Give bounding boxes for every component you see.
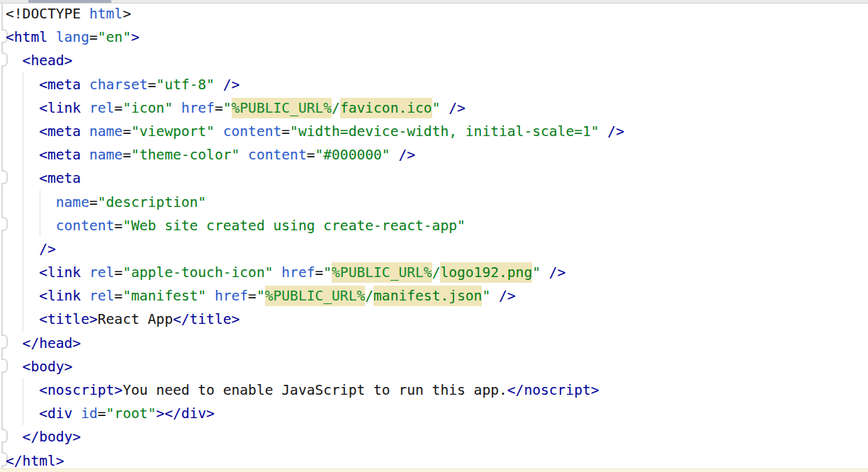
code-token-str: "manifest" bbox=[123, 288, 206, 304]
code-token-plain: = bbox=[315, 264, 323, 281]
code-token-tag: ></div> bbox=[156, 405, 215, 422]
code-token-str: "apple-touch-icon" bbox=[123, 264, 273, 281]
code-line[interactable]: <meta name="viewport" content="width=dev… bbox=[0, 120, 868, 143]
code-area[interactable]: <!DOCTYPE html><html lang="en"> <head> <… bbox=[0, 2, 868, 472]
code-token-tag: <noscript> bbox=[6, 382, 123, 398]
code-line[interactable]: <head> bbox=[0, 49, 868, 72]
code-token-str: " bbox=[323, 264, 332, 281]
code-token-tag: <div bbox=[6, 405, 81, 422]
code-token-plain bbox=[6, 194, 56, 210]
code-token-tag: <link bbox=[6, 264, 89, 281]
code-token-plain: React App bbox=[98, 311, 173, 327]
code-token-tag: <body> bbox=[6, 359, 72, 375]
code-token-str: " bbox=[432, 100, 441, 116]
code-token-attr: name bbox=[89, 123, 123, 140]
code-token-str: "description" bbox=[98, 194, 206, 210]
code-line[interactable]: <body> bbox=[0, 355, 868, 378]
code-line[interactable]: <noscript>You need to enable JavaScript … bbox=[0, 378, 868, 402]
code-token-plain: = bbox=[248, 288, 257, 304]
code-token-plain: = bbox=[281, 123, 290, 140]
code-line[interactable]: <html lang="en"> bbox=[0, 26, 868, 49]
code-line[interactable]: </head> bbox=[0, 332, 868, 355]
code-token-attr: rel bbox=[89, 264, 114, 281]
code-token-str: "en" bbox=[98, 29, 131, 45]
code-line[interactable]: <link rel="apple-touch-icon" href="%PUBL… bbox=[0, 261, 868, 284]
code-token-attr: rel bbox=[89, 100, 114, 116]
code-token-str: / bbox=[332, 100, 340, 116]
code-token-str: "viewport" bbox=[131, 123, 215, 140]
code-line[interactable]: /> bbox=[0, 237, 868, 261]
code-line[interactable]: <title>React App</title> bbox=[0, 308, 868, 331]
code-token-attr: id bbox=[81, 405, 98, 422]
code-token-plain: = bbox=[98, 405, 106, 422]
code-token-attr: content bbox=[223, 123, 282, 140]
code-token-str: "Web site created using create-react-app… bbox=[123, 218, 466, 234]
code-token-str: " bbox=[257, 288, 265, 304]
code-token-plain bbox=[6, 218, 56, 234]
code-token-tag: <meta bbox=[6, 77, 89, 93]
code-token-plain: = bbox=[123, 123, 131, 140]
code-token-tag: <meta bbox=[6, 170, 81, 186]
code-token-attr: name bbox=[56, 194, 89, 210]
code-line[interactable]: <meta charset="utf-8" /> bbox=[0, 73, 868, 96]
code-token-attr: content bbox=[56, 218, 115, 234]
code-line[interactable]: <!DOCTYPE html> bbox=[0, 2, 868, 26]
code-token-tag: </title> bbox=[173, 311, 239, 327]
code-token-hlstr: logo192.png bbox=[440, 262, 532, 283]
code-token-tag: <link bbox=[6, 100, 89, 116]
code-token-tag: /> bbox=[215, 77, 239, 93]
code-token-hlstr: favicon.ico bbox=[340, 98, 432, 118]
code-token-plain bbox=[239, 147, 248, 163]
code-token-attr: href bbox=[215, 288, 248, 304]
code-token-tag: </noscript> bbox=[507, 382, 599, 398]
code-token-str: " bbox=[223, 100, 232, 116]
code-line[interactable]: <meta bbox=[0, 167, 868, 190]
code-token-str: "width=device-width, initial-scale=1" bbox=[290, 123, 599, 140]
code-token-plain bbox=[215, 123, 223, 140]
code-token-var: %PUBLIC_URL% bbox=[265, 286, 366, 306]
code-token-plain: = bbox=[89, 194, 98, 210]
code-token-tag: </html> bbox=[6, 453, 64, 469]
code-line[interactable]: </body> bbox=[0, 425, 868, 449]
code-token-str: / bbox=[365, 288, 373, 304]
code-token-var: %PUBLIC_URL% bbox=[332, 262, 432, 283]
code-token-attr: html bbox=[89, 6, 123, 22]
code-line[interactable]: content="Web site created using create-r… bbox=[0, 214, 868, 237]
code-token-plain: = bbox=[123, 147, 131, 163]
code-token-attr: rel bbox=[89, 288, 114, 304]
code-token-str: " bbox=[482, 288, 490, 304]
code-token-str: "icon" bbox=[123, 100, 173, 116]
code-line[interactable]: <meta name="theme-color" content="#00000… bbox=[0, 143, 868, 167]
code-token-str: "theme-color" bbox=[131, 147, 239, 163]
code-token-attr: lang bbox=[56, 29, 89, 45]
code-token-attr: content bbox=[248, 147, 307, 163]
code-token-attr: href bbox=[181, 100, 215, 116]
code-token-tag: /> bbox=[599, 123, 624, 140]
code-line[interactable]: <div id="root"></div> bbox=[0, 402, 868, 425]
code-token-tag: /> bbox=[541, 264, 565, 281]
code-token-tag: > bbox=[131, 29, 140, 45]
code-token-tag: /> bbox=[6, 241, 56, 257]
code-line[interactable]: <link rel="manifest" href="%PUBLIC_URL%/… bbox=[0, 284, 868, 308]
code-token-plain bbox=[274, 264, 282, 281]
code-token-plain: You need to enable JavaScript to run thi… bbox=[123, 382, 507, 398]
code-token-tag: </body> bbox=[6, 429, 81, 445]
code-line[interactable]: <link rel="icon" href="%PUBLIC_URL%/favi… bbox=[0, 96, 868, 120]
code-token-tag: <title> bbox=[6, 311, 98, 327]
code-token-hlstr: manifest.json bbox=[373, 286, 482, 306]
code-token-attr: charset bbox=[89, 77, 148, 93]
code-token-tag: /> bbox=[440, 100, 465, 116]
code-token-plain: = bbox=[215, 100, 223, 116]
code-token-plain: = bbox=[114, 288, 123, 304]
code-token-tag: /> bbox=[390, 147, 415, 163]
code-token-plain: = bbox=[114, 218, 123, 234]
code-token-tag: <meta bbox=[6, 147, 89, 163]
code-token-plain: <!DOCTYPE bbox=[6, 6, 89, 22]
code-line[interactable]: name="description" bbox=[0, 191, 868, 214]
code-token-plain bbox=[206, 288, 215, 304]
code-token-str: / bbox=[432, 264, 441, 281]
code-token-plain: = bbox=[114, 100, 123, 116]
code-token-tag: <meta bbox=[6, 123, 89, 140]
code-token-attr: href bbox=[281, 264, 315, 281]
code-token-str: "utf-8" bbox=[156, 77, 215, 93]
